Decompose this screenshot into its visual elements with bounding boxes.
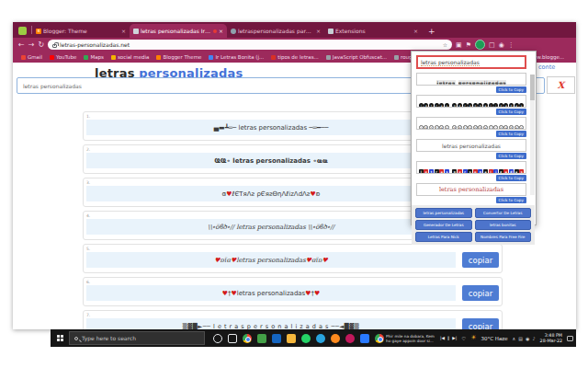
taskbar-search[interactable]: Type here to search <box>69 331 205 345</box>
bookmark-star-icon[interactable]: ☆ <box>443 41 447 48</box>
chrome-icon[interactable] <box>243 334 252 343</box>
browser-menu-icon[interactable]: ⋮ <box>508 41 514 49</box>
start-button[interactable] <box>51 329 69 347</box>
bookmark-youtube[interactable]: YouTube <box>50 54 76 60</box>
browser-toolbar: ← → ↻ letras-personalizadas.net ☆ ▣ ⚑ □ … <box>13 38 576 52</box>
extension-icon[interactable]: ◉ <box>499 41 504 49</box>
taskbar-clock[interactable]: 3:48 PM 28-Mar-22 <box>540 333 562 343</box>
app-icon[interactable] <box>345 334 355 343</box>
footer-link-convertor-de-letras[interactable]: Convertor De Letras <box>475 208 532 218</box>
tab-close-icon[interactable]: × <box>413 28 418 34</box>
popup-scrollbar[interactable] <box>530 75 535 195</box>
telegram-icon[interactable] <box>316 334 325 343</box>
styled-text: ҨҨ∘ letras personalizadas ∘ҩҩ <box>86 153 456 168</box>
click-to-copy-button[interactable]: Click to Copy <box>496 153 526 159</box>
bookmark-social-media[interactable]: social media <box>111 54 150 60</box>
tray-battery-icon[interactable]: ▤ <box>518 336 523 341</box>
style-box-colored-squares: letraspersonalizadas <box>416 161 526 174</box>
pinned-tab-icon[interactable] <box>18 27 27 35</box>
tab-close-icon[interactable]: × <box>121 28 126 34</box>
flag-icon[interactable]: ⚑ <box>466 41 471 49</box>
click-to-copy-button[interactable]: Click to Copy <box>496 109 526 115</box>
scrollbar-thumb[interactable] <box>530 75 535 100</box>
copy-button[interactable]: copiar <box>462 318 499 329</box>
youtube-icon <box>50 55 54 60</box>
tray-chevron-icon[interactable]: ∧ <box>513 336 516 341</box>
photos-icon[interactable] <box>360 334 369 343</box>
weather-text[interactable]: 30°C Haze <box>481 336 507 341</box>
notepad-icon[interactable] <box>257 334 266 343</box>
tray-network-icon[interactable]: ◉ <box>526 336 529 341</box>
row-number: 7. <box>86 313 499 317</box>
click-to-copy-button[interactable]: Click to Copy <box>496 131 526 137</box>
taskbar-right: Phir mile na dobara, Kem ho gaye appoin … <box>386 333 576 343</box>
row-number: 6. <box>86 280 499 284</box>
styled-text: ▒▓█►── l e t r a s p e r s o n a l i z a… <box>86 318 456 329</box>
footer-link-letras-personalizadas[interactable]: letras personalizadas <box>415 208 472 218</box>
styled-text: ▄▬┻═─ letras personalizadas ─═━── <box>86 120 456 135</box>
footer-link-letras-para-nick[interactable]: Letras Para Nick <box>415 232 472 242</box>
tray-volume-icon[interactable]: ♪ <box>532 336 535 341</box>
style-box-dark-circles: letraspersonalizadas <box>416 95 526 108</box>
row-number: 5. <box>86 247 499 251</box>
file-explorer-icon[interactable] <box>287 334 296 343</box>
bookmark-blogger-theme[interactable]: Blogger Theme <box>156 54 201 60</box>
reload-button[interactable]: ↻ <box>38 41 44 49</box>
back-button[interactable]: ← <box>18 41 25 49</box>
footer-link-nombres-free-fire[interactable]: Nombres Para Free Fire <box>475 232 532 242</box>
search-icon <box>74 337 78 340</box>
click-to-copy-button[interactable]: Click to Copy <box>496 86 526 93</box>
click-to-copy-button[interactable]: Click to Copy <box>496 197 526 203</box>
clear-x-icon: X <box>558 80 565 90</box>
whatsapp-icon[interactable] <box>301 334 311 343</box>
letras-icon <box>209 55 213 60</box>
tab-blogger-theme[interactable]: B Blogger: Theme × <box>32 24 130 38</box>
click-to-copy-button[interactable]: Click to Copy <box>496 175 526 181</box>
screenshot-root: B Blogger: Theme × letras personalizadas… <box>0 0 588 368</box>
style-box-plain: letras personalizadas <box>416 139 526 152</box>
previous-track-icon[interactable]: |◀ <box>440 336 445 340</box>
reading-list-icon[interactable]: ▣ <box>456 41 462 49</box>
popup-text-input[interactable]: letras personalizadas <box>416 55 526 69</box>
footer-link-letras-bonitas[interactable]: letras bonitas <box>475 220 532 230</box>
extension-popup: letras personalizadas letraspersonalizad… <box>411 51 537 225</box>
address-bar[interactable]: letras-personalizadas.net ☆ <box>48 40 452 50</box>
page-favicon <box>133 29 139 34</box>
tab-extensions[interactable]: Extensions × <box>324 24 422 38</box>
tab-close-icon[interactable]: × <box>316 28 321 34</box>
style-row: 7. ▒▓█►── l e t r a s p e r s o n a l i … <box>83 310 503 329</box>
extension-icon[interactable]: □ <box>489 41 495 49</box>
forward-button[interactable]: → <box>28 41 35 49</box>
footer-link-generador-de-letras[interactable]: Generador De Letras <box>415 220 472 230</box>
firefox-icon[interactable] <box>331 334 340 343</box>
pause-icon[interactable]: ‖ <box>447 336 449 340</box>
clear-search-button[interactable]: X <box>547 76 575 94</box>
chrome-icon[interactable] <box>375 334 384 343</box>
folder-icon <box>111 55 116 60</box>
next-track-icon[interactable]: ▶| <box>452 336 457 340</box>
copy-button[interactable]: copiar <box>462 285 499 301</box>
globe-favicon <box>231 29 236 34</box>
task-view-icon[interactable] <box>228 334 237 343</box>
bookmark-gmail[interactable]: Gmail <box>21 54 42 60</box>
popup-footer: letras personalizadas Convertor De Letra… <box>412 205 535 245</box>
mail-icon[interactable] <box>272 334 281 343</box>
action-center-icon[interactable] <box>567 336 573 341</box>
bookmark-tipos-de-letras[interactable]: tipos de letras... <box>271 54 319 60</box>
bookmark-js-obfuscator[interactable]: JavaScript Obfuscat... <box>326 54 387 60</box>
copy-button[interactable]: copiar <box>462 252 499 268</box>
cortana-icon[interactable] <box>213 334 222 343</box>
style-row: 5. ♥ʚϊɞ♥ letras personalizadas ♥ɞϊʚ♥ cop… <box>83 244 503 273</box>
tab-close-icon[interactable]: × <box>219 28 223 34</box>
media-info[interactable]: Phir mile na dobara, Kem ho gaye appoin … <box>386 334 435 343</box>
new-tab-button[interactable]: + <box>428 28 435 36</box>
bookmark-ir-letras-bonita[interactable]: Ir Letras Bonita (j... <box>209 54 264 60</box>
tab-letraspersonalizadas-web[interactable]: letraspersonalizadas para web le × <box>227 24 324 38</box>
tab-letras-personalizadas[interactable]: letras personalizadas Ir 4301 e × <box>130 24 227 38</box>
bookmark-maps[interactable]: Maps <box>84 54 103 60</box>
tab-title: Extensions <box>335 28 412 34</box>
like-heart-icon[interactable]: ♡ <box>461 336 466 341</box>
blogger-favicon: B <box>36 29 41 34</box>
profile-avatar[interactable] <box>475 40 485 50</box>
styled-text: ♥ʚϊɞ♥ letras personalizadas ♥ɞϊʚ♥ <box>86 252 456 268</box>
